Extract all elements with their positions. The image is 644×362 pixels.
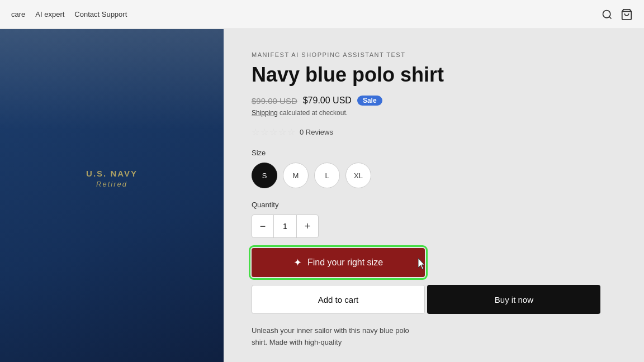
shipping-note: Shipping calculated at checkout. bbox=[252, 109, 616, 117]
star-1: ☆ bbox=[252, 127, 259, 137]
collar-overlay bbox=[0, 29, 224, 130]
quantity-increase-button[interactable]: + bbox=[297, 215, 318, 237]
star-4: ☆ bbox=[278, 127, 286, 137]
nav-item-care[interactable]: care bbox=[11, 10, 25, 18]
original-price: $99.00 USD bbox=[252, 96, 297, 106]
cart-button[interactable] bbox=[621, 8, 633, 21]
quantity-control: − 1 + bbox=[252, 215, 319, 238]
nav-item-ai-expert[interactable]: AI expert bbox=[35, 10, 64, 18]
quantity-decrease-button[interactable]: − bbox=[252, 215, 273, 237]
star-3: ☆ bbox=[269, 127, 277, 137]
svg-line-1 bbox=[609, 16, 612, 18]
svg-point-0 bbox=[603, 10, 610, 17]
sale-badge: Sale bbox=[357, 96, 382, 106]
nav-left: care AI expert Contact Support bbox=[11, 10, 127, 18]
size-btn-xl[interactable]: XL bbox=[345, 163, 371, 188]
nav-icons bbox=[602, 8, 633, 21]
reviews-row: ☆ ☆ ☆ ☆ ☆ 0 Reviews bbox=[252, 127, 616, 137]
quantity-value: 1 bbox=[273, 215, 297, 237]
buy-now-button[interactable]: Buy it now bbox=[427, 285, 600, 314]
quantity-label: Quantity bbox=[252, 201, 616, 209]
size-btn-s[interactable]: S bbox=[252, 163, 277, 188]
star-rating: ☆ ☆ ☆ ☆ ☆ bbox=[252, 127, 295, 137]
sparkle-icon: ✦ bbox=[293, 256, 302, 269]
main-content: U.S. NAVY Retired MANIFEST AI SHOPPING A… bbox=[0, 29, 644, 362]
find-size-button[interactable]: ✦ Find your right size bbox=[252, 248, 425, 277]
product-title: Navy blue polo shirt bbox=[252, 63, 616, 87]
brand-label: MANIFEST AI SHOPPING ASSISTANT TEST bbox=[252, 51, 616, 58]
size-label: Size bbox=[252, 149, 616, 157]
navbar: care AI expert Contact Support bbox=[0, 0, 644, 29]
cart-icon bbox=[621, 8, 633, 21]
pricing-row: $99.00 USD $79.00 USD Sale bbox=[252, 96, 616, 106]
star-2: ☆ bbox=[261, 127, 268, 137]
product-image: U.S. NAVY Retired bbox=[0, 29, 224, 362]
star-5: ☆ bbox=[287, 127, 295, 137]
search-icon bbox=[602, 9, 613, 20]
shipping-link[interactable]: Shipping bbox=[252, 109, 278, 117]
shipping-calculated-text: calculated at checkout. bbox=[280, 109, 348, 117]
sale-price: $79.00 USD bbox=[303, 96, 352, 106]
search-button[interactable] bbox=[602, 9, 613, 20]
shirt-emblem-text: U.S. NAVY Retired bbox=[86, 168, 138, 190]
product-image-area: U.S. NAVY Retired bbox=[0, 29, 224, 362]
product-details: MANIFEST AI SHOPPING ASSISTANT TEST Navy… bbox=[224, 29, 644, 362]
size-options: S M L XL bbox=[252, 163, 616, 188]
size-btn-l[interactable]: L bbox=[314, 163, 340, 188]
find-size-label: Find your right size bbox=[307, 258, 383, 268]
size-btn-m[interactable]: M bbox=[283, 163, 309, 188]
add-to-cart-button[interactable]: Add to cart bbox=[252, 285, 425, 314]
reviews-count: 0 Reviews bbox=[300, 128, 333, 136]
nav-item-contact-support[interactable]: Contact Support bbox=[74, 10, 127, 18]
product-description: Unleash your inner sailor with this navy… bbox=[252, 325, 425, 349]
